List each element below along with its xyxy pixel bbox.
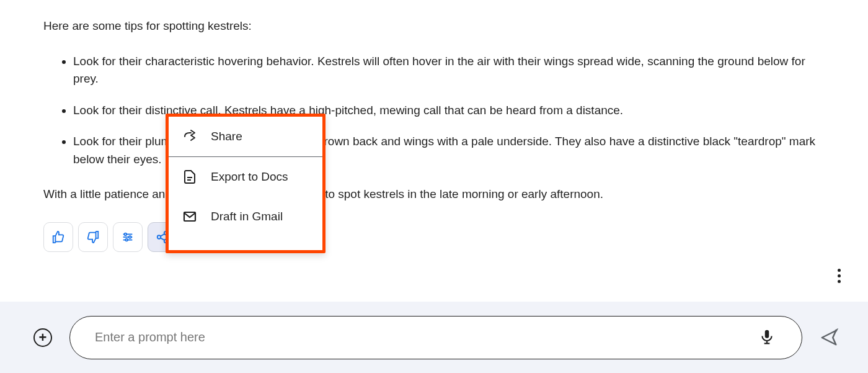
share-arrow-icon (182, 129, 197, 144)
svg-point-3 (125, 233, 127, 235)
prompt-input[interactable] (69, 316, 802, 359)
docs-icon (182, 169, 197, 184)
tune-button[interactable] (113, 222, 143, 252)
gmail-icon (182, 209, 197, 224)
response-bullet: Look for their characteristic hovering b… (73, 53, 825, 88)
add-button[interactable]: + (33, 328, 52, 347)
thumbs-up-icon (51, 230, 65, 244)
share-menu-item-share[interactable]: Share (169, 117, 322, 156)
svg-point-4 (129, 236, 131, 238)
response-action-bar: Google it (0, 222, 868, 252)
menu-item-label: Export to Docs (211, 170, 288, 184)
microphone-icon (759, 328, 775, 344)
overflow-dot-icon (838, 274, 841, 277)
send-icon (820, 328, 838, 347)
menu-item-label: Share (211, 130, 242, 143)
svg-line-9 (161, 233, 164, 236)
overflow-dot-icon (838, 269, 841, 272)
thumbs-up-button[interactable] (43, 222, 73, 252)
response-intro: Here are some tips for spotting kestrels… (43, 17, 825, 35)
overflow-dot-icon (838, 280, 841, 283)
share-menu-item-draft-gmail[interactable]: Draft in Gmail (169, 197, 322, 236)
response-list: Look for their characteristic hovering b… (43, 53, 825, 169)
overflow-menu-button[interactable] (833, 264, 846, 288)
response-conclusion: With a little patience and practice, you… (43, 186, 825, 204)
thumbs-down-icon (86, 230, 100, 244)
thumbs-down-button[interactable] (78, 222, 108, 252)
svg-point-5 (125, 238, 128, 241)
prompt-input-area: + (0, 302, 868, 373)
microphone-button[interactable] (759, 328, 775, 346)
plus-icon: + (39, 331, 47, 344)
menu-item-label: Draft in Gmail (211, 210, 283, 223)
response-content: Here are some tips for spotting kestrels… (0, 0, 868, 204)
share-menu-popover: Share Export to Docs Draft in Gmail (166, 114, 326, 253)
tune-icon (121, 230, 135, 244)
svg-point-7 (157, 235, 161, 239)
share-menu-item-export-docs[interactable]: Export to Docs (169, 157, 322, 197)
send-button[interactable] (820, 328, 838, 347)
svg-line-10 (161, 238, 164, 240)
